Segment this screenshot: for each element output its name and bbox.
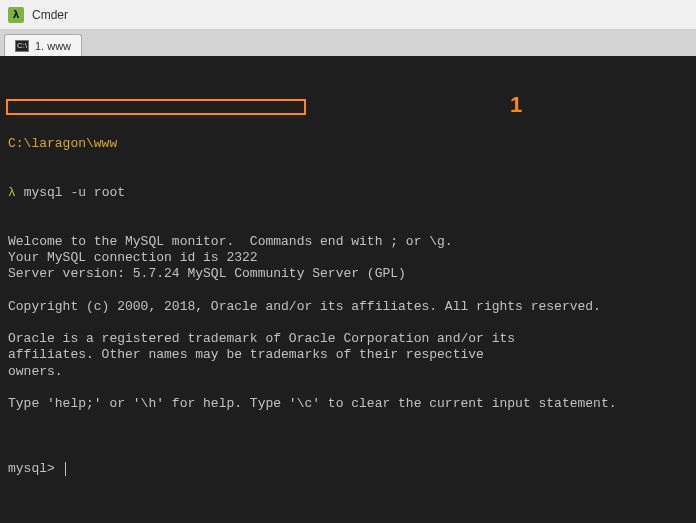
output-line [0, 315, 696, 331]
output-line: Welcome to the MySQL monitor. Commands e… [0, 234, 696, 250]
output-line: Your MySQL connection id is 2322 [0, 250, 696, 266]
text-cursor [65, 462, 66, 476]
app-icon: λ [8, 7, 24, 23]
terminal-pane[interactable]: C:\laragon\www λ mysql -u root Welcome t… [0, 56, 696, 523]
console-icon: C:\ [15, 40, 29, 52]
mysql-prompt: mysql> [8, 461, 55, 476]
mysql-prompt-line: mysql> [0, 461, 696, 477]
tab-label: 1. www [35, 40, 71, 52]
output-line: Server version: 5.7.24 MySQL Community S… [0, 266, 696, 282]
window-titlebar: λ Cmder [0, 0, 696, 30]
output-line [0, 282, 696, 298]
window-title: Cmder [32, 8, 68, 22]
output-line [0, 380, 696, 396]
tab-bar: C:\ 1. www [0, 30, 696, 56]
output-line: Copyright (c) 2000, 2018, Oracle and/or … [0, 299, 696, 315]
output-line: Oracle is a registered trademark of Orac… [0, 331, 696, 347]
tab-www[interactable]: C:\ 1. www [4, 34, 82, 56]
output-line: Type 'help;' or '\h' for help. Type '\c'… [0, 396, 696, 412]
command-line: λ mysql -u root [0, 185, 696, 201]
output-line: affiliates. Other names may be trademark… [0, 347, 696, 363]
lambda-prompt: λ [8, 185, 16, 200]
typed-command: mysql -u root [24, 185, 125, 200]
annotation-number: 1 [510, 92, 522, 118]
cwd-line: C:\laragon\www [0, 136, 696, 152]
output-line: owners. [0, 364, 696, 380]
output-line [0, 412, 696, 428]
